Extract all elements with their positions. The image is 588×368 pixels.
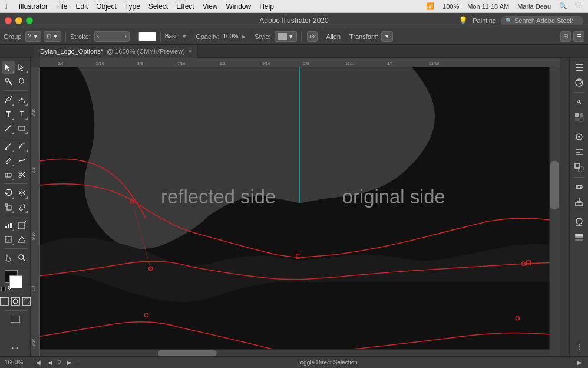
menu-help[interactable]: Help (255, 0, 278, 13)
libraries-panel-btn[interactable] (572, 75, 586, 90)
arrange-view-btn[interactable]: ⊞ (560, 31, 571, 42)
rotate-tool[interactable] (2, 186, 15, 199)
stroke-arrow-left[interactable]: ‹ (97, 33, 99, 40)
default-colors-btn[interactable] (1, 287, 6, 291)
smooth-tool[interactable] (15, 154, 28, 167)
scissors-tool[interactable] (15, 168, 28, 181)
graph-tool[interactable] (2, 219, 15, 232)
background-color[interactable] (9, 275, 22, 288)
group-type-selector[interactable]: ? ▼ (25, 31, 41, 42)
lasso-tool[interactable] (15, 75, 28, 88)
shape-tool[interactable] (15, 121, 28, 134)
menu-illustrator[interactable]: Illustrator (15, 0, 52, 13)
shaper-tool[interactable] (15, 140, 28, 153)
close-button[interactable] (5, 17, 12, 24)
canvas-content[interactable]: reflected side original side (40, 67, 560, 356)
swatches-panel-btn[interactable] (572, 110, 586, 124)
search-stock-field[interactable]: 🔍 Search Adobe Stock (501, 16, 583, 25)
slice-tool[interactable] (2, 233, 15, 246)
style-label: Style: (255, 33, 271, 40)
more-panels-btn[interactable]: ⋮ (572, 340, 586, 354)
menu-type[interactable]: Type (121, 0, 144, 13)
selection-tool[interactable] (2, 61, 15, 74)
prev-page-btn[interactable]: ◀ (47, 359, 54, 366)
properties-panel-btn[interactable] (572, 60, 586, 74)
draw-behind-btn[interactable] (21, 295, 32, 308)
stroke-weight-input[interactable]: ‹ › (94, 31, 130, 42)
color-guide-panel-btn[interactable] (572, 215, 586, 229)
search-icon[interactable]: 🔍 (557, 2, 569, 10)
workspace-selector[interactable]: Painting (473, 17, 496, 24)
menu-window[interactable]: Window (222, 0, 255, 13)
touch-type-tool[interactable]: T (15, 107, 28, 120)
lightbulb-icon[interactable]: 💡 (458, 16, 468, 25)
menu-file[interactable]: File (52, 0, 71, 13)
svg-rect-74 (575, 239, 583, 241)
style-selector[interactable]: ▼ (275, 31, 297, 42)
ruler-top: 1/4 5/16 3/8 7/16 1/2 9/16 5/8 11/16 3/4… (40, 58, 560, 67)
menu-effect[interactable]: Effect (172, 0, 198, 13)
scale-tool[interactable] (2, 201, 15, 213)
panel-toggle-btn[interactable]: ☰ (573, 31, 584, 42)
opacity-expand-btn[interactable]: ▶ (242, 34, 246, 40)
appearance-panel-btn[interactable] (572, 130, 586, 144)
screen-mode-btn[interactable] (4, 313, 27, 326)
svg-point-69 (576, 218, 582, 224)
canvas-area[interactable]: 1/4 5/16 3/8 7/16 1/2 9/16 5/8 11/16 3/4… (31, 58, 569, 356)
more-tools-btn[interactable]: ··· (9, 341, 22, 354)
links-panel-btn[interactable] (572, 180, 586, 194)
stroke-arrow-right[interactable]: › (124, 33, 126, 40)
pencil-tool[interactable] (2, 154, 15, 167)
control-strip-icon[interactable]: ☰ (574, 2, 583, 10)
group-mode-selector[interactable]: ⊡ ▼ (44, 31, 61, 42)
direct-selection-tool[interactable] (15, 61, 28, 74)
align-label[interactable]: Align (326, 33, 341, 40)
pen-tool[interactable] (2, 93, 15, 106)
zoom-tool[interactable] (15, 251, 28, 264)
magic-wand-tool[interactable] (2, 75, 15, 88)
tab-bar: Dylan_Logo_Options* @ 1600% (CMYK/Previe… (0, 45, 588, 58)
file-tab[interactable]: Dylan_Logo_Options* @ 1600% (CMYK/Previe… (34, 45, 198, 58)
menu-view[interactable]: View (199, 0, 222, 13)
next-page-btn[interactable]: ▶ (66, 359, 73, 366)
minimize-button[interactable] (15, 17, 22, 24)
opacity-mode-selector[interactable]: ⊙ (307, 31, 318, 42)
paintbrush-tool[interactable] (2, 140, 15, 153)
export-panel-btn[interactable] (572, 195, 586, 209)
align-panel-btn[interactable] (572, 145, 586, 159)
stroke-color-box[interactable] (138, 32, 156, 41)
transform-panel-btn[interactable] (572, 160, 586, 175)
perspective-tool[interactable] (15, 233, 28, 246)
menu-edit[interactable]: Edit (71, 0, 92, 13)
tool-group-type: T T (1, 107, 29, 120)
curvature-tool[interactable] (15, 93, 28, 106)
swap-colors-btn[interactable] (6, 284, 11, 289)
draw-inside-btn[interactable] (10, 295, 21, 308)
line-tool[interactable] (2, 121, 15, 134)
play-btn[interactable]: ▶ (576, 359, 583, 366)
artboard-tool[interactable] (15, 219, 28, 232)
svg-point-2 (11, 96, 12, 98)
reflect-tool[interactable] (15, 186, 28, 199)
tool-separator-7 (4, 310, 27, 311)
menu-object[interactable]: Object (92, 0, 121, 13)
page-number: 2 (58, 359, 62, 366)
transform-label[interactable]: Transform (349, 33, 379, 40)
transform-mode-btn[interactable]: ▼ (381, 31, 393, 42)
eraser-tool[interactable] (2, 168, 15, 181)
tab-close-btn[interactable]: × (189, 48, 191, 54)
first-page-btn[interactable]: |◀ (33, 359, 42, 366)
svg-point-6 (5, 148, 7, 150)
hand-tool[interactable] (2, 251, 15, 264)
menu-select[interactable]: Select (144, 0, 172, 13)
apple-menu[interactable]:  (5, 2, 8, 11)
normal-mode-btn[interactable] (0, 295, 9, 308)
maximize-button[interactable] (26, 17, 33, 24)
character-panel-btn[interactable]: A (572, 95, 586, 109)
stroke-type-arrow[interactable]: ▼ (181, 34, 187, 40)
layers-panel-btn[interactable] (572, 230, 586, 244)
warp-tool[interactable] (15, 201, 28, 213)
horizontal-scrollbar[interactable] (40, 349, 550, 356)
scrollbar-thumb[interactable] (158, 350, 217, 356)
type-tool[interactable]: T (2, 107, 15, 120)
